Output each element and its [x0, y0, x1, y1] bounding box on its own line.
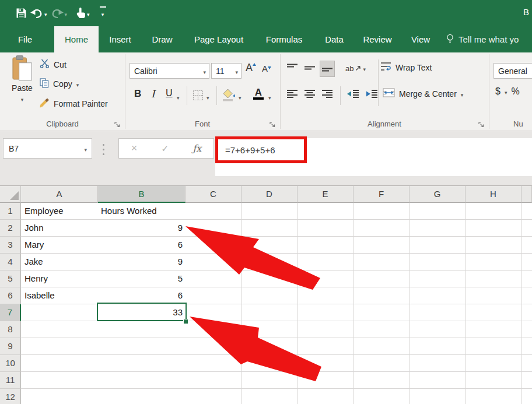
cell-b5[interactable]: 5 [98, 270, 186, 287]
cells-c9-h9[interactable] [186, 338, 532, 355]
touch-mode-dropdown-caret[interactable] [87, 8, 90, 19]
copy-button[interactable]: Copy [40, 78, 79, 90]
customize-qat-button[interactable] [100, 6, 106, 19]
cell-b3[interactable]: 6 [98, 237, 186, 254]
tab-formulas[interactable]: Formulas [260, 26, 308, 52]
tab-review[interactable]: Review [359, 26, 396, 52]
formula-bar-resize-handle[interactable] [103, 144, 104, 146]
merge-center-button[interactable]: Merge & Center [383, 88, 463, 99]
currency-caret[interactable] [505, 86, 508, 97]
row-header-1[interactable]: 1 [0, 203, 21, 220]
cell-a11[interactable] [21, 372, 98, 389]
save-button[interactable] [14, 6, 29, 21]
column-header-c[interactable]: C [186, 186, 242, 203]
tab-draw[interactable]: Draw [147, 26, 177, 52]
cells-c4-h4[interactable] [186, 254, 532, 270]
cell-a7[interactable] [21, 304, 98, 321]
column-header-a[interactable]: A [21, 186, 98, 203]
borders-button[interactable] [192, 90, 204, 103]
name-box[interactable]: B7 [3, 138, 92, 159]
cells-c2-h2[interactable] [186, 220, 532, 237]
tab-page-layout[interactable]: Page Layout [187, 26, 251, 52]
alignment-dialog-launcher[interactable] [478, 120, 485, 127]
redo-button[interactable] [49, 6, 69, 21]
cells-c5-h5[interactable] [186, 270, 532, 287]
fill-color-caret[interactable] [239, 92, 242, 102]
cell-a5[interactable]: Henry [21, 270, 98, 287]
column-header-d[interactable]: D [242, 186, 298, 203]
touch-mode-button[interactable] [74, 6, 92, 21]
cells-c1-h1[interactable] [186, 203, 532, 220]
cell-b11[interactable] [98, 372, 186, 389]
fill-handle[interactable] [183, 319, 188, 324]
row-header-10[interactable]: 10 [0, 355, 21, 372]
cells-c10-h10[interactable] [186, 355, 532, 372]
cut-button[interactable]: Cut [40, 59, 66, 70]
row-header-8[interactable]: 8 [0, 321, 21, 338]
cell-a10[interactable] [21, 355, 98, 372]
cell-b2[interactable]: 9 [98, 220, 186, 237]
row-header-2[interactable]: 2 [0, 220, 21, 237]
font-color-caret[interactable] [268, 92, 271, 102]
bold-button[interactable]: B [134, 88, 141, 100]
name-box-caret[interactable] [84, 144, 87, 153]
cancel-icon[interactable]: × [131, 142, 138, 154]
align-middle-button[interactable] [302, 61, 317, 77]
cell-a8[interactable] [21, 321, 98, 338]
undo-button[interactable] [29, 6, 49, 21]
shrink-font-button[interactable]: A [262, 64, 271, 73]
clipboard-dialog-launcher[interactable] [114, 120, 121, 127]
cell-a4[interactable]: Jake [21, 254, 98, 270]
decrease-indent-button[interactable] [345, 87, 360, 103]
cell-a9[interactable] [21, 338, 98, 355]
tell-me-box[interactable]: Tell me what yo [446, 26, 519, 52]
wrap-text-button[interactable]: Wrap Text [380, 62, 432, 73]
row-header-4[interactable]: 4 [0, 254, 21, 270]
column-header-e[interactable]: E [298, 186, 354, 203]
number-format-combo[interactable]: General [494, 63, 532, 79]
row-header-11[interactable]: 11 [0, 372, 21, 389]
cell-a12[interactable] [21, 389, 98, 404]
align-top-button[interactable] [285, 61, 300, 77]
redo-dropdown-caret[interactable] [65, 8, 68, 19]
column-header-b[interactable]: B [98, 186, 186, 203]
paste-dropdown-caret[interactable] [21, 94, 24, 103]
font-color-button[interactable]: A [253, 87, 264, 99]
insert-function-icon[interactable]: ƒx [192, 143, 201, 154]
cell-b10[interactable] [98, 355, 186, 372]
cells-c6-h6[interactable] [186, 287, 532, 304]
copy-dropdown-caret[interactable] [76, 79, 79, 89]
select-all-corner[interactable] [0, 186, 21, 203]
cell-b9[interactable] [98, 338, 186, 355]
align-right-button[interactable] [320, 87, 335, 103]
cell-a3[interactable]: Mary [21, 237, 98, 254]
row-header-9[interactable]: 9 [0, 338, 21, 355]
cells-c7-h7[interactable] [186, 304, 532, 321]
tab-file[interactable]: File [10, 26, 40, 52]
cells-c12-h12[interactable] [186, 389, 532, 404]
enter-icon[interactable]: ✓ [161, 143, 169, 154]
cell-a6[interactable]: Isabelle [21, 287, 98, 304]
row-header-12[interactable]: 12 [0, 389, 21, 404]
cell-b12[interactable] [98, 389, 186, 404]
column-header-h[interactable]: H [466, 186, 522, 203]
underline-button[interactable]: U [166, 88, 173, 99]
currency-button[interactable]: $ [495, 86, 501, 97]
orientation-button[interactable]: ab [345, 63, 366, 73]
row-header-3[interactable]: 3 [0, 237, 21, 254]
merge-center-caret[interactable] [461, 89, 464, 99]
format-painter-button[interactable]: Format Painter [40, 98, 108, 110]
underline-caret[interactable] [177, 92, 180, 102]
cells-c11-h11[interactable] [186, 372, 532, 389]
font-size-caret[interactable] [235, 66, 238, 76]
row-header-7[interactable]: 7 [0, 304, 21, 321]
tab-home[interactable]: Home [54, 26, 99, 52]
font-name-combo[interactable]: Calibri [130, 63, 209, 79]
tab-data[interactable]: Data [320, 26, 349, 52]
cells-c8-h8[interactable] [186, 321, 532, 338]
cell-b1[interactable]: Hours Worked [98, 203, 186, 220]
orientation-caret[interactable] [363, 63, 366, 73]
increase-indent-button[interactable] [364, 87, 379, 103]
cell-a1[interactable]: Employee [21, 203, 98, 220]
cell-b6[interactable]: 6 [98, 287, 186, 304]
